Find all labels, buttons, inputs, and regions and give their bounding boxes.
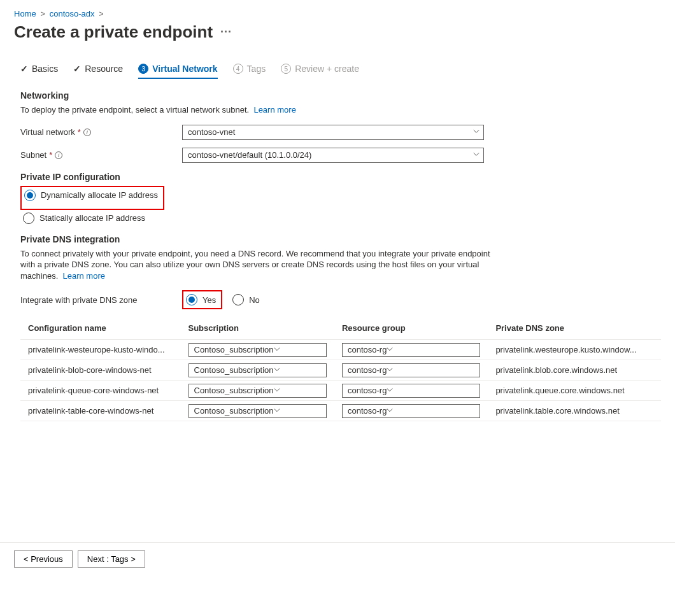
more-icon[interactable]: ··· [220,25,232,39]
subscription-select[interactable]: Contoso_subscription [188,404,327,418]
tab-label: Virtual Network [152,64,217,74]
tab-label: Resource [85,64,123,74]
cell-config-name: privatelink-westeurope-kusto-windo... [20,340,181,360]
tab-label: Review + create [295,64,359,74]
previous-button[interactable]: < Previous [14,550,73,568]
resource-group-value: contoso-rg [348,345,387,354]
subscription-value: Contoso_subscription [194,345,274,354]
section-ip-config: Private IP configuration Dynamically all… [20,172,661,225]
col-resource-group: Resource group [334,317,488,340]
check-icon: ✓ [73,64,81,74]
subscription-select[interactable]: Contoso_subscription [188,343,327,357]
resource-group-value: contoso-rg [348,406,387,416]
next-button[interactable]: Next : Tags > [78,550,145,568]
radio-no-label: No [249,295,260,305]
subscription-select[interactable]: Contoso_subscription [188,384,327,398]
networking-desc-text: To deploy the private endpoint, select a… [20,105,249,115]
tab-resource[interactable]: ✓ Resource [73,60,123,79]
highlight-dynamic-ip: Dynamically allocate IP address [20,186,164,210]
radio-yes-label: Yes [202,295,216,305]
table-row: privatelink-westeurope-kusto-windo...Con… [20,340,661,360]
table-row: privatelink-table-core-windows-netContos… [20,401,661,421]
tab-label: Basics [32,64,58,74]
page-title-text: Create a private endpoint [14,22,213,42]
subscription-value: Contoso_subscription [194,365,274,375]
radio-icon [23,213,34,224]
chevron-down-icon [274,345,280,354]
tab-virtual-network[interactable]: 3 Virtual Network [138,60,217,79]
subnet-label: Subnet * i [20,150,182,160]
step-number-icon: 4 [233,64,243,74]
tab-basics[interactable]: ✓ Basics [20,60,58,79]
resource-group-select[interactable]: contoso-rg [342,343,480,357]
breadcrumb-home[interactable]: Home [14,9,36,18]
radio-static-ip[interactable]: Statically allocate IP address [20,211,661,225]
table-row: privatelink-blob-core-windows-netContoso… [20,360,661,381]
tab-label: Tags [247,64,266,74]
networking-title: Networking [20,90,661,101]
subnet-select[interactable]: contoso-vnet/default (10.1.0.0/24) [182,148,484,163]
chevron-down-icon [387,365,393,375]
chevron-down-icon [274,406,280,416]
chevron-down-icon [274,365,280,375]
cell-config-name: privatelink-table-core-windows-net [20,401,181,421]
wizard-footer: < Previous Next : Tags > [0,542,675,579]
resource-group-select[interactable]: contoso-rg [342,404,480,418]
subnet-label-text: Subnet [20,150,46,160]
check-icon: ✓ [20,64,28,74]
resource-group-select[interactable]: contoso-rg [342,384,480,398]
subscription-value: Contoso_subscription [194,386,274,395]
chevron-down-icon [473,127,480,136]
radio-icon [186,294,197,305]
cell-dns-zone: privatelink.blob.core.windows.net [488,360,661,381]
col-config-name: Configuration name [20,317,181,340]
radio-integrate-no[interactable]: No [230,293,262,307]
networking-learn-more-link[interactable]: Learn more [253,105,295,115]
virtual-network-label: Virtual network * i [20,127,182,137]
dns-title: Private DNS integration [20,234,661,244]
resource-group-value: contoso-rg [348,365,387,375]
dns-desc: To connect privately with your private e… [20,248,492,282]
info-icon[interactable]: i [83,129,91,136]
cell-config-name: privatelink-queue-core-windows-net [20,381,181,401]
cell-dns-zone: privatelink.queue.core.windows.net [488,381,661,401]
page-title: Create a private endpoint ··· [14,22,661,42]
radio-dynamic-label: Dynamically allocate IP address [41,190,158,200]
section-networking: Networking To deploy the private endpoin… [20,90,661,163]
integrate-label: Integrate with private DNS zone [20,295,182,305]
breadcrumb-contoso-adx[interactable]: contoso-adx [50,9,95,18]
radio-dynamic-ip[interactable]: Dynamically allocate IP address [22,188,160,202]
virtual-network-value: contoso-vnet [188,127,235,137]
cell-config-name: privatelink-blob-core-windows-net [20,360,181,381]
dns-learn-more-link[interactable]: Learn more [62,271,104,281]
virtual-network-label-text: Virtual network [20,127,75,137]
wizard-tabs: ✓ Basics ✓ Resource 3 Virtual Network 4 … [14,60,661,79]
info-icon[interactable]: i [55,151,62,159]
radio-icon [24,190,36,201]
col-private-dns-zone: Private DNS zone [488,317,661,340]
highlight-integrate-yes: Yes [182,290,222,309]
resource-group-value: contoso-rg [348,386,387,395]
step-number-icon: 5 [281,64,291,74]
radio-integrate-yes[interactable]: Yes [183,293,218,307]
breadcrumb: Home > contoso-adx > [14,9,661,18]
ip-config-title: Private IP configuration [20,172,661,182]
subscription-select[interactable]: Contoso_subscription [188,363,327,377]
cell-dns-zone: privatelink.westeurope.kusto.window... [488,340,661,360]
subscription-value: Contoso_subscription [194,406,274,416]
networking-desc: To deploy the private endpoint, select a… [20,104,492,116]
col-subscription: Subscription [181,317,334,340]
radio-static-label: Statically allocate IP address [39,213,145,223]
tab-review-create[interactable]: 5 Review + create [281,60,359,79]
virtual-network-select[interactable]: contoso-vnet [182,125,484,140]
chevron-right-icon: > [41,10,45,18]
radio-icon [232,294,244,305]
tab-tags[interactable]: 4 Tags [233,60,266,79]
chevron-down-icon [387,345,393,354]
resource-group-select[interactable]: contoso-rg [342,363,480,377]
dns-config-table: Configuration name Subscription Resource… [20,317,661,421]
chevron-down-icon [274,386,280,395]
table-row: privatelink-queue-core-windows-netContos… [20,381,661,401]
chevron-down-icon [473,150,480,159]
required-icon: * [49,150,52,160]
